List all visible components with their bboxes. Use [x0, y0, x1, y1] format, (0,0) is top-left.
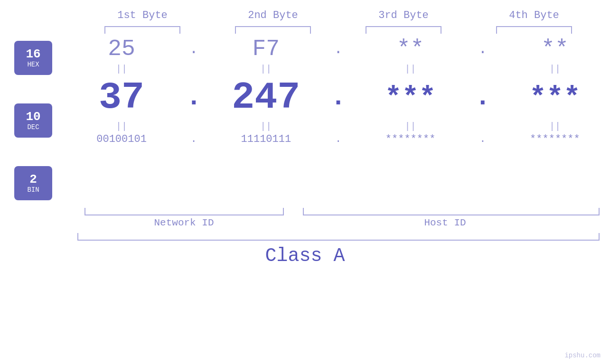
dec-badge: 10 DEC	[14, 103, 52, 138]
dec-dot-2: .	[328, 83, 347, 112]
bin-badge: 2 BIN	[14, 166, 52, 200]
dec-badge-num: 10	[26, 110, 40, 124]
content-area: 16 HEX 10 DEC 2 BIN 25 .	[0, 36, 610, 205]
bin-cell-3: ********	[363, 133, 458, 145]
hex-value-4: **	[541, 36, 569, 62]
watermark: ipshu.com	[564, 352, 601, 359]
byte2-header: 2nd Byte	[225, 9, 320, 21]
dec-cell-3: ***	[363, 82, 458, 114]
hex-dot-3: .	[473, 40, 492, 58]
dec-cell-1: 37	[74, 76, 169, 119]
labels-row: Network ID Host ID	[77, 217, 600, 228]
hex-badge: 16 HEX	[14, 41, 52, 75]
hex-value-2: F7	[253, 36, 280, 62]
bin-row: 00100101 . 11110111 . ******** .	[66, 133, 610, 145]
hex-badge-num: 16	[26, 47, 40, 61]
dec-badge-label: DEC	[27, 123, 39, 131]
big-bottom-bracket-container	[77, 233, 600, 241]
dec-dot-3: .	[473, 83, 492, 112]
eq1-c1: ||	[74, 64, 169, 75]
hex-dot-1: .	[184, 40, 203, 58]
eq1-c4: ||	[507, 64, 602, 75]
hex-cell-2: F7	[218, 36, 313, 62]
equals-row-2: || || || ||	[66, 119, 610, 133]
hex-dot-2: .	[328, 40, 347, 58]
bracket-top-2	[235, 26, 311, 34]
bin-badge-num: 2	[29, 173, 37, 187]
bracket-top-4	[496, 26, 572, 34]
bracket-top-3	[366, 26, 441, 34]
bracket-cell-4	[487, 26, 582, 34]
bracket-cell-2	[225, 26, 320, 34]
hex-value-3: **	[397, 36, 424, 62]
eq2-c2: ||	[218, 121, 313, 132]
eq2-c3: ||	[363, 121, 458, 132]
dec-row: 37 . 247 . *** . ***	[66, 76, 610, 119]
main-container: 1st Byte 2nd Byte 3rd Byte 4th Byte 16 H…	[0, 0, 610, 364]
hex-dot-icon-2: .	[334, 40, 343, 58]
bin-value-4: ********	[530, 133, 580, 145]
eq2-c4: ||	[507, 121, 602, 132]
dec-value-1: 37	[99, 76, 144, 119]
dec-dot-icon-3: .	[475, 83, 490, 112]
byte-headers: 1st Byte 2nd Byte 3rd Byte 4th Byte	[77, 9, 600, 21]
class-label-row: Class A	[0, 245, 610, 267]
eq1-c3: ||	[363, 64, 458, 75]
host-id-bracket	[303, 208, 600, 215]
bin-dot-icon-2: .	[335, 133, 341, 145]
bin-dot-2: .	[328, 133, 347, 145]
hex-dot-icon-3: .	[478, 40, 487, 58]
bin-dot-1: .	[184, 133, 203, 145]
eq1-c2: ||	[218, 64, 313, 75]
hex-row: 25 . F7 . ** . **	[66, 36, 610, 62]
big-bottom-bracket	[77, 233, 600, 241]
hex-cell-3: **	[363, 36, 458, 62]
byte3-header: 3rd Byte	[356, 9, 451, 21]
hex-dot-icon-1: .	[189, 40, 198, 58]
dec-value-3: ***	[385, 82, 436, 114]
dec-dot-icon-2: .	[330, 83, 346, 112]
byte4-header: 4th Byte	[487, 9, 582, 21]
dec-dot-icon-1: .	[186, 83, 202, 112]
hex-value-1: 25	[108, 36, 135, 62]
bin-value-1: 00100101	[96, 133, 147, 145]
bin-cell-1: 00100101	[74, 133, 169, 145]
badge-column: 16 HEX 10 DEC 2 BIN	[0, 36, 66, 205]
hex-cell-4: **	[507, 36, 602, 62]
dec-cell-4: ***	[507, 82, 602, 114]
dec-cell-2: 247	[218, 76, 313, 119]
bracket-top-1	[104, 26, 180, 34]
network-id-bracket	[84, 208, 284, 215]
hex-badge-label: HEX	[27, 61, 39, 68]
bin-dot-3: .	[473, 133, 492, 145]
bin-value-2: 11110111	[241, 133, 291, 145]
top-brackets-row	[77, 26, 600, 34]
hex-cell-1: 25	[74, 36, 169, 62]
bottom-brackets-container	[77, 208, 600, 215]
network-id-label: Network ID	[77, 217, 291, 228]
data-rows: 25 . F7 . ** . **	[66, 36, 610, 205]
class-label: Class A	[265, 245, 345, 267]
bin-dot-icon-1: .	[191, 133, 197, 145]
bin-badge-label: BIN	[27, 186, 39, 194]
bin-dot-icon-3: .	[479, 133, 486, 145]
dec-value-2: 247	[232, 76, 300, 119]
bin-cell-4: ********	[507, 133, 602, 145]
byte1-header: 1st Byte	[95, 9, 190, 21]
dec-value-4: ***	[529, 82, 581, 114]
host-id-label: Host ID	[291, 217, 600, 228]
bin-value-3: ********	[385, 133, 436, 145]
dec-dot-1: .	[184, 83, 203, 112]
equals-row-1: || || || ||	[66, 62, 610, 76]
bracket-cell-1	[95, 26, 190, 34]
bin-cell-2: 11110111	[218, 133, 313, 145]
bracket-cell-3	[356, 26, 451, 34]
eq2-c1: ||	[74, 121, 169, 132]
